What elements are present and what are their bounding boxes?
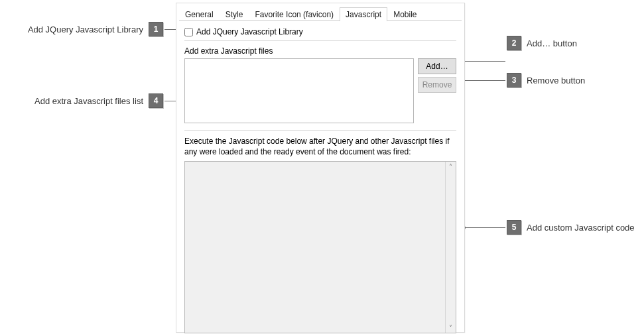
callout-4-badge: 4 [149,93,163,108]
tab-favicon[interactable]: Favorite Icon (favicon) [249,7,340,21]
custom-js-textarea[interactable] [185,162,445,333]
scroll-down-icon[interactable]: ˅ [449,324,452,331]
callout-5-badge: 5 [507,220,521,235]
tab-javascript[interactable]: Javascript [340,7,387,21]
tab-strip: General Style Favorite Icon (favicon) Ja… [176,5,464,21]
jquery-checkbox[interactable] [184,28,193,36]
callout-1: Add JQuery Javascript Library 1 [4,22,163,36]
callout-line-2 [461,61,505,62]
tab-body-javascript: Add JQuery Javascript Library Add extra … [176,21,464,332]
extra-files-label: Add extra Javascript files [184,46,456,56]
settings-panel: General Style Favorite Icon (favicon) Ja… [176,3,465,333]
extra-files-buttons: Add… Remove [418,58,456,123]
add-button[interactable]: Add… [418,58,456,74]
tab-style[interactable]: Style [220,7,249,21]
callout-line-5 [464,227,505,228]
divider [184,130,456,131]
callout-3: 3 Remove button [507,73,585,87]
scroll-up-icon[interactable]: ˄ [449,163,452,170]
callout-line-3 [461,80,505,81]
callout-1-badge: 1 [149,22,163,36]
extra-files-row: Add… Remove [184,58,456,123]
callout-5: 5 Add custom Javascript code [507,220,635,235]
tab-mobile[interactable]: Mobile [387,7,422,21]
callout-1-text: Add JQuery Javascript Library [28,25,143,34]
callout-2-badge: 2 [507,36,521,50]
exec-label: Execute the Javascript code below after … [184,136,456,157]
callout-4: Add extra Javascript files list 4 [4,93,163,108]
callout-3-text: Remove button [527,76,585,85]
scrollbar[interactable]: ˄ ˅ [445,162,456,333]
tab-general[interactable]: General [179,7,220,21]
tab-underline [179,20,462,21]
remove-button[interactable]: Remove [418,77,456,93]
callout-2: 2 Add… button [507,36,577,50]
jquery-checkbox-row: Add JQuery Javascript Library [184,27,456,41]
extra-files-list[interactable] [184,58,414,123]
callout-4-text: Add extra Javascript files list [34,96,143,106]
callout-3-badge: 3 [507,73,521,87]
code-area-wrap: ˄ ˅ [184,161,456,333]
jquery-checkbox-label: Add JQuery Javascript Library [196,27,303,36]
callout-2-text: Add… button [527,38,577,48]
callout-5-text: Add custom Javascript code [527,223,635,233]
